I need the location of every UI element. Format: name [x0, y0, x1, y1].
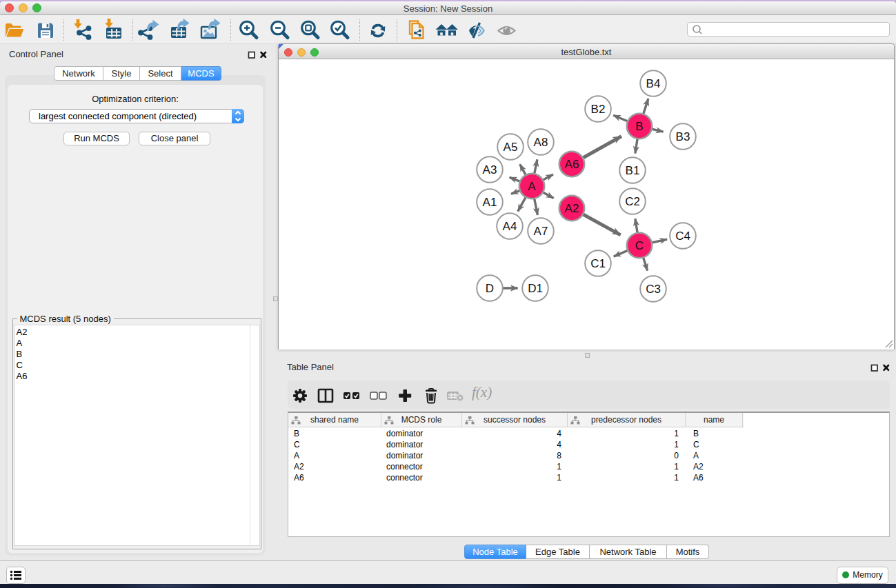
svg-text:B1: B1	[626, 164, 640, 177]
svg-text:D1: D1	[528, 282, 543, 295]
svg-text:B3: B3	[676, 130, 690, 143]
svg-text:A5: A5	[504, 141, 518, 154]
svg-text:C: C	[635, 239, 644, 252]
svg-text:D: D	[486, 282, 494, 295]
svg-text:B4: B4	[646, 77, 661, 90]
svg-text:C2: C2	[625, 195, 640, 208]
svg-text:C1: C1	[590, 257, 606, 270]
svg-text:B: B	[635, 120, 643, 133]
svg-text:A8: A8	[534, 136, 548, 149]
svg-text:A4: A4	[503, 220, 517, 233]
svg-text:A3: A3	[483, 163, 497, 176]
svg-text:A1: A1	[483, 196, 497, 209]
svg-text:A2: A2	[565, 202, 579, 215]
svg-text:C3: C3	[646, 283, 661, 296]
svg-text:B2: B2	[591, 103, 606, 116]
svg-text:A: A	[528, 180, 536, 193]
svg-text:A7: A7	[534, 225, 548, 238]
svg-text:A6: A6	[565, 158, 579, 171]
svg-text:C4: C4	[675, 230, 690, 243]
